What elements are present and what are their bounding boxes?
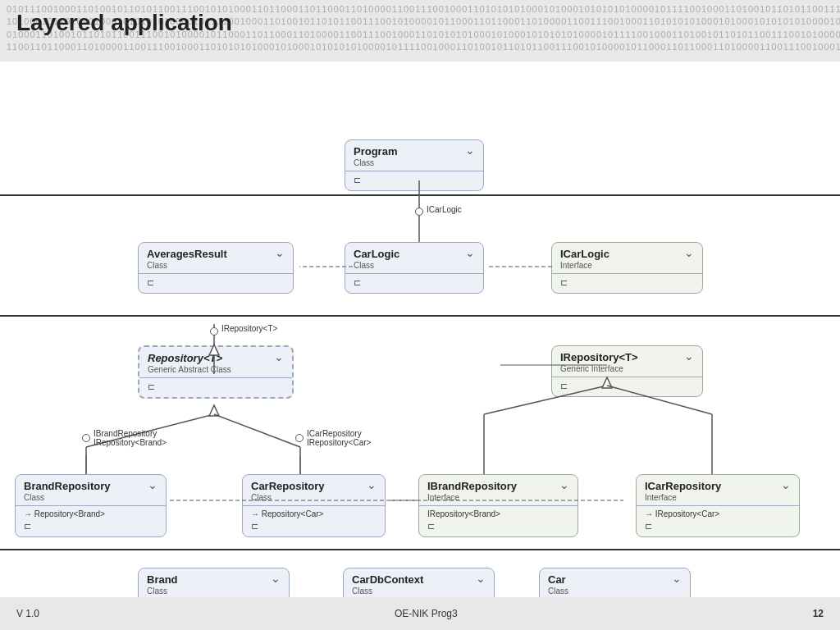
carrepo-member: → Repository<Car> (251, 509, 377, 518)
ibrandrepo-box-divider (419, 505, 578, 506)
repository-icon: ⊏ (148, 381, 284, 392)
irepository-box-arrow: ⌄ (684, 349, 694, 363)
averagesresult-subtitle: Class (147, 261, 227, 270)
page-title: Layered application (16, 10, 232, 36)
ibrandrepo-box-icon: ⊏ (427, 521, 569, 532)
irepository-subtitle: Generic Interface (560, 364, 638, 373)
brand-arrow: ⌄ (271, 572, 281, 585)
icarlogic-title: ICarLogic (560, 248, 609, 260)
ibrandrepo-box-member: IRepository<Brand> (427, 509, 569, 518)
brand-title: Brand (147, 573, 178, 586)
program-divider (345, 171, 483, 171)
icarlogic-label: ICarLogic (427, 205, 462, 214)
averagesresult-arrow: ⌄ (275, 246, 285, 259)
brandrepo-arrow: ⌄ (148, 478, 158, 491)
brandrepo-title: BrandRepository (24, 480, 110, 492)
carlogic-icon: ⊏ (354, 277, 475, 288)
repository-divider (139, 377, 292, 378)
brandrepo-subtitle: Class (24, 493, 110, 502)
program-title: Program (354, 145, 397, 158)
carrepo-title: CarRepository (251, 480, 325, 492)
icarrepo-box-subtitle: Interface (645, 493, 721, 502)
icarlogic-subtitle: Interface (560, 261, 609, 270)
carlogic-title: CarLogic (354, 248, 399, 260)
brandrepo-icon: ⊏ (24, 521, 158, 532)
main-content: Program Class ⌄ ⊏ ICarLogic AveragesResu… (0, 62, 840, 597)
brandrepo-box: BrandRepository Class ⌄ → Repository<Bra… (15, 474, 167, 537)
svg-line-15 (214, 414, 300, 447)
averagesresult-divider (139, 273, 293, 274)
brandrepo-divider (16, 505, 166, 506)
averagesresult-icon: ⊏ (147, 277, 285, 288)
cardbcontext-subtitle: Class (352, 587, 423, 596)
irepository-title: IRepository<T> (560, 351, 638, 363)
icarlogic-lollipop (415, 208, 423, 216)
irepository-label: IRepository<T> (221, 324, 277, 333)
ibrandrepo-label: IBrandRepositoryIRepository<Brand> (94, 429, 167, 447)
repository-title: Repository<T> (148, 352, 231, 364)
cardbcontext-title: CarDbContext (352, 573, 423, 586)
program-subtitle: Class (354, 158, 397, 167)
car-arrow: ⌄ (672, 572, 682, 585)
carlogic-arrow: ⌄ (465, 246, 475, 259)
brandrepo-member: → Repository<Brand> (24, 509, 158, 518)
ibrandrepo-box-title: IBrandRepository (427, 480, 517, 492)
carrepo-box: CarRepository Class ⌄ → Repository<Car> … (242, 474, 386, 537)
icarrepo-box-divider (637, 505, 799, 506)
repository-arrow: ⌄ (274, 350, 284, 363)
carlogic-box: CarLogic Class ⌄ ⊏ (345, 242, 484, 294)
repository-subtitle: Generic Abstract Class (148, 365, 231, 374)
averagesresult-title: AveragesResult (147, 248, 227, 260)
carrepo-icon: ⊏ (251, 521, 377, 532)
carrepo-arrow: ⌄ (367, 478, 377, 491)
icarlogic-box: ICarLogic Interface ⌄ ⊏ (551, 242, 703, 294)
brand-subtitle: Class (147, 587, 178, 596)
irepository-box: IRepository<T> Generic Interface ⌄ ⊏ (551, 345, 703, 397)
footer-page: 12 (813, 608, 824, 619)
program-icon: ⊏ (354, 175, 475, 185)
ibrandrepo-box-subtitle: Interface (427, 493, 517, 502)
icarrepo-box-title: ICarRepository (645, 480, 721, 492)
irepository-lollipop (210, 327, 218, 336)
icarrepo-box-member: → IRepository<Car> (645, 509, 791, 518)
icarlogic-icon: ⊏ (560, 277, 694, 288)
program-arrow: ⌄ (465, 144, 475, 157)
footer-version: V 1.0 (16, 608, 39, 619)
icarrepo-box-icon: ⊏ (645, 521, 791, 532)
ibrandrepo-box: IBrandRepository Interface ⌄ IRepository… (418, 474, 578, 537)
icarrepo-box: ICarRepository Interface ⌄ → IRepository… (636, 474, 800, 537)
svg-marker-13 (209, 405, 219, 416)
averagesresult-box: AveragesResult Class ⌄ ⊏ (138, 242, 294, 294)
icarrepo-label: ICarRepositoryIRepository<Car> (307, 429, 371, 447)
icarlogic-divider (552, 273, 702, 274)
cardbcontext-arrow: ⌄ (476, 572, 486, 585)
irepository-divider (552, 377, 702, 377)
carlogic-divider (345, 273, 483, 274)
ibrandrepo-lollipop (82, 434, 90, 442)
icarlogic-box-arrow: ⌄ (684, 246, 694, 259)
repository-box: Repository<T> Generic Abstract Class ⌄ ⊏ (138, 345, 294, 399)
carrepo-divider (243, 505, 385, 506)
icarrepo-lollipop (295, 434, 304, 442)
footer: V 1.0 OE-NIK Prog3 12 (0, 597, 840, 630)
carrepo-subtitle: Class (251, 493, 325, 502)
footer-center: OE-NIK Prog3 (395, 608, 458, 619)
car-subtitle: Class (548, 587, 568, 596)
ibrandrepo-box-arrow: ⌄ (559, 478, 569, 491)
program-box: Program Class ⌄ ⊏ (345, 139, 484, 191)
carlogic-subtitle: Class (354, 261, 399, 270)
car-title: Car (548, 573, 568, 586)
irepository-icon: ⊏ (560, 381, 694, 391)
icarrepo-box-arrow: ⌄ (781, 478, 791, 491)
